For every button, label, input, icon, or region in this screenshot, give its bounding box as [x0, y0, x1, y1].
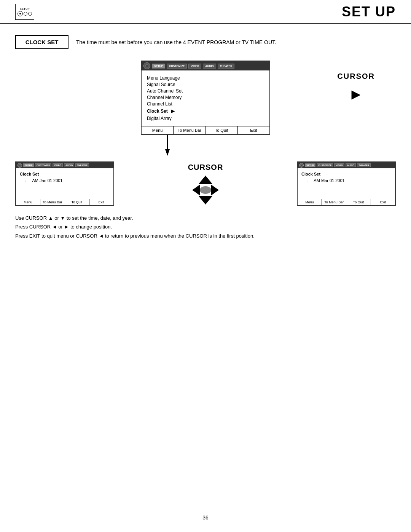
cursor-left-arrow-icon	[192, 185, 200, 195]
svg-marker-1	[165, 149, 170, 156]
bl-clock-value: - - : - - AM Jan 01 2001	[20, 178, 110, 183]
tab-setup: SETUP	[152, 64, 165, 69]
br-clock-value: - - : - - AM Mar 01 2001	[301, 178, 391, 183]
br-tab-video: VIDEO	[334, 163, 344, 167]
icon-circle-right	[28, 12, 32, 16]
top-screen-footer: Menu To Menu Bar To Quit Exit	[142, 126, 269, 134]
br-tab-customize: CUSTOMIZE	[317, 163, 333, 167]
down-arrow-svg	[164, 135, 171, 158]
cursor-center-oval	[200, 186, 211, 194]
cursor-middle-row	[192, 185, 219, 195]
br-tab-audio: AUDIO	[346, 163, 356, 167]
top-screen-header: SETUP CUSTOMIZE VIDEO AUDIO THEATER	[142, 61, 269, 70]
icon-circle-left	[18, 11, 23, 16]
digital-array: Digital Array	[147, 116, 264, 121]
diagram-bottom-row: SETUP CUSTOMIZE VIDEO AUDIO THEATER Cloc…	[15, 161, 396, 206]
br-tab-theater: THEATER	[357, 163, 371, 167]
bl-footer-menu: Menu	[16, 199, 40, 205]
cursor-down-arrow-icon	[199, 196, 212, 204]
cursor-center-group: CURSOR	[188, 163, 223, 204]
bottom-right-body: Clock Set - - : - - AM Mar 01 2001	[298, 168, 395, 199]
setup-icon: SETUP	[15, 4, 34, 20]
bl-tab-video: VIDEO	[53, 163, 63, 167]
main-content: CLOCK SET The time must be set before yo…	[0, 24, 411, 252]
cursor-right-arrow-icon: ►	[349, 86, 364, 102]
top-screen: SETUP CUSTOMIZE VIDEO AUDIO THEATER Menu…	[141, 61, 270, 135]
footer-to-quit: To Quit	[206, 126, 238, 134]
bl-footer-to-menu-bar: To Menu Bar	[40, 199, 65, 205]
bottom-left-mockup: SETUP CUSTOMIZE VIDEO AUDIO THEATER Cloc…	[15, 161, 114, 206]
top-screen-body: Menu Language Signal Source Auto Channel…	[142, 70, 269, 126]
top-screen-mockup: SETUP CUSTOMIZE VIDEO AUDIO THEATER Menu…	[141, 61, 270, 135]
instruction-3: Press EXIT to quit menu or CURSOR ◄ to r…	[15, 232, 396, 240]
footer-to-menu-bar: To Menu Bar	[174, 126, 206, 134]
diagram-wrapper: SETUP CUSTOMIZE VIDEO AUDIO THEATER Menu…	[15, 61, 396, 206]
clock-set-label: CLOCK SET	[15, 35, 68, 49]
signal-source: Signal Source	[147, 82, 264, 87]
br-footer-to-quit: To Quit	[346, 199, 371, 205]
bl-tab-customize: CUSTOMIZE	[35, 163, 51, 167]
page-header: SETUP SET UP	[0, 0, 411, 24]
bottom-right-mockup: SETUP CUSTOMIZE VIDEO AUDIO THEATER Cloc…	[297, 161, 396, 206]
channel-list: Channel List	[147, 101, 264, 107]
bl-tab-theater: THEATER	[75, 163, 89, 167]
bottom-right-screen: SETUP CUSTOMIZE VIDEO AUDIO THEATER Cloc…	[297, 161, 396, 206]
cursor-label-top: CURSOR	[337, 72, 375, 81]
tab-customize: CUSTOMIZE	[167, 64, 187, 69]
page-number: 36	[0, 514, 411, 521]
down-arrow-container	[0, 135, 396, 158]
br-footer-exit: Exit	[371, 199, 395, 205]
instructions: Use CURSOR ▲ or ▼ to set the time, date,…	[15, 214, 396, 240]
instruction-2: Press CURSOR ◄ or ► to change position.	[15, 222, 396, 231]
setup-icon-label: SETUP	[20, 8, 30, 10]
tv-icon-left	[18, 163, 22, 168]
clock-set-description: The time must be set before you can use …	[76, 39, 276, 45]
bl-tab-setup: SETUP	[23, 163, 34, 167]
bottom-left-body: Clock Set - - : - - AM Jan 01 2001	[16, 168, 113, 199]
tv-icon	[143, 62, 150, 69]
channel-memory: Channel Memory	[147, 95, 264, 100]
tab-theater: THEATER	[218, 64, 235, 69]
bl-tab-audio: AUDIO	[64, 163, 74, 167]
bl-footer-to-quit: To Quit	[65, 199, 89, 205]
page-title: SET UP	[342, 4, 396, 20]
tv-icon-right	[299, 163, 304, 168]
cursor-up-arrow-icon	[199, 176, 212, 184]
auto-channel-set: Auto Channel Set	[147, 88, 264, 94]
bl-clock-set-label: Clock Set	[20, 172, 110, 176]
footer-menu: Menu	[142, 126, 174, 134]
br-tab-setup: SETUP	[305, 163, 315, 167]
icon-circle-mid	[24, 12, 27, 16]
br-footer-menu: Menu	[298, 199, 322, 205]
cursor-shape	[192, 176, 219, 204]
bottom-right-header: SETUP CUSTOMIZE VIDEO AUDIO THEATER	[298, 162, 395, 168]
br-footer-to-menu-bar: To Menu Bar	[322, 199, 346, 205]
tab-audio: AUDIO	[203, 64, 216, 69]
br-clock-set-label: Clock Set	[301, 172, 391, 176]
footer-exit: Exit	[238, 126, 269, 134]
bl-footer-exit: Exit	[89, 199, 113, 205]
bottom-left-screen: SETUP CUSTOMIZE VIDEO AUDIO THEATER Cloc…	[15, 161, 114, 206]
bottom-left-header: SETUP CUSTOMIZE VIDEO AUDIO THEATER	[16, 162, 113, 168]
menu-language: Menu Language	[147, 75, 264, 81]
cursor-right-arrow-icon	[211, 185, 219, 195]
tab-video: VIDEO	[188, 64, 201, 69]
clock-set-menu-item: Clock Set ►	[147, 108, 264, 115]
cursor-label-center: CURSOR	[188, 163, 223, 172]
bottom-left-footer: Menu To Menu Bar To Quit Exit	[16, 199, 113, 205]
instruction-1: Use CURSOR ▲ or ▼ to set the time, date,…	[15, 214, 396, 222]
cursor-right-group: CURSOR ►	[337, 72, 375, 102]
bottom-right-footer: Menu To Menu Bar To Quit Exit	[298, 199, 395, 205]
clock-set-header: CLOCK SET The time must be set before yo…	[15, 35, 396, 49]
